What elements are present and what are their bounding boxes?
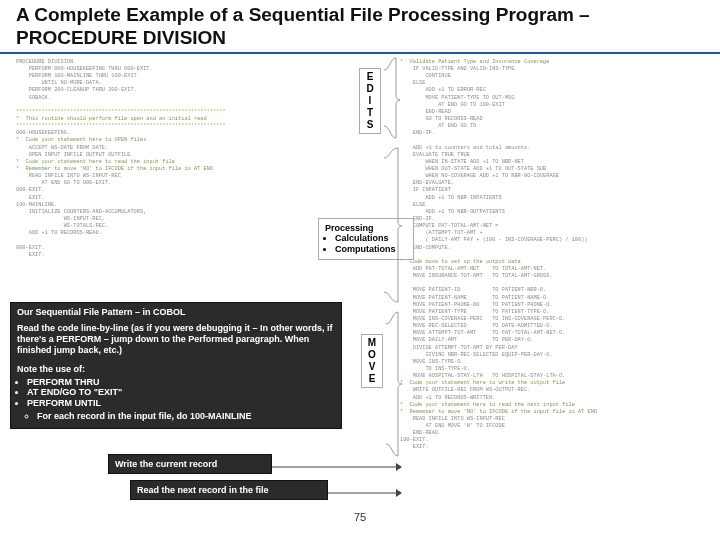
title-area: A Complete Example of a Sequential File …	[0, 0, 720, 54]
write-record-box: Write the current record	[108, 454, 272, 475]
arrow-read	[328, 484, 402, 502]
pattern-p1: Read the code line-by-line (as if you we…	[17, 323, 335, 355]
slide-title: A Complete Example of a Sequential File …	[16, 4, 704, 27]
brace-processing	[382, 146, 402, 306]
edits-text: E D I T S	[366, 71, 373, 130]
write-text: Write the current record	[115, 459, 217, 469]
code-left-column: PROCEDURE DIVISION. PERFORM 000-HOUSEKEE…	[16, 59, 356, 259]
brace-move	[384, 310, 402, 460]
edits-label: E D I T S	[359, 68, 381, 134]
svg-marker-1	[396, 463, 402, 471]
pattern-b1: PERFORM THRU	[27, 377, 335, 388]
move-text: M O V E	[368, 337, 376, 384]
page-number: 75	[0, 511, 720, 523]
arrow-write	[272, 458, 402, 476]
move-label: M O V E	[361, 334, 383, 388]
read-next-box: Read the next record in the file	[130, 480, 328, 501]
readnext-text: Read the next record in the file	[137, 485, 269, 495]
pattern-heading: Our Sequential File Pattern – in COBOL	[17, 307, 335, 318]
content-area: PROCEDURE DIVISION. PERFORM 000-HOUSEKEE…	[0, 54, 720, 529]
code-right-column: * Validate Patient Type and Insurance Co…	[400, 59, 700, 452]
pattern-note-heading: Note the use of:	[17, 364, 335, 375]
pattern-b3: PERFORM UNTIL	[27, 398, 101, 408]
pattern-b3-sub: For each record in the input file, do 10…	[37, 411, 335, 422]
svg-marker-3	[396, 489, 402, 497]
slide-subtitle: PROCEDURE DIVISION	[16, 27, 704, 50]
pattern-b2: AT END/GO TO "EXIT"	[27, 387, 335, 398]
pattern-box: Our Sequential File Pattern – in COBOL R…	[10, 302, 342, 429]
brace-edits	[382, 56, 400, 140]
